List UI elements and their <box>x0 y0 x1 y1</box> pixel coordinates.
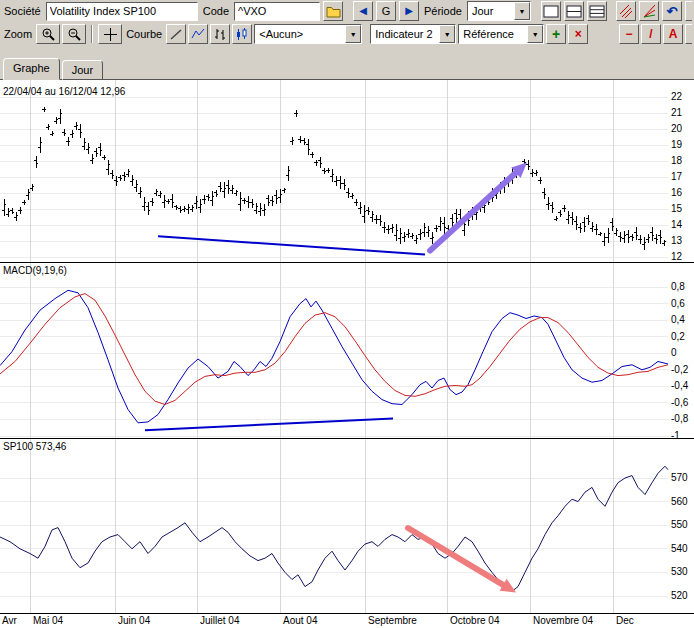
periode-label: Période <box>422 5 464 17</box>
reference-select[interactable]: Référence ▼ <box>458 24 544 44</box>
overlay-select[interactable]: <Aucun> ▼ <box>254 24 362 44</box>
line-chart-button[interactable] <box>166 24 186 44</box>
line-icon <box>169 27 183 41</box>
remove-indicator-button[interactable]: × <box>568 24 588 44</box>
next-period-button[interactable]: ▶ <box>399 1 419 21</box>
y-tick-label: 19 <box>671 139 682 151</box>
y-tick-label: 530 <box>671 566 688 578</box>
x-axis-label: Novembre 04 <box>533 615 593 626</box>
zoom-in-button[interactable] <box>36 24 60 44</box>
courbe-label: Courbe <box>124 28 164 40</box>
y-tick-label: 15 <box>671 203 682 215</box>
periode-select[interactable]: Jour ▼ <box>467 1 531 21</box>
societe-input[interactable] <box>46 2 198 21</box>
panel3-title: SP100 573,46 <box>3 441 66 452</box>
panel2-title: MACD(9,19,6) <box>3 265 67 276</box>
y-tick-label: 0,4 <box>671 314 685 326</box>
periode-value: Jour <box>472 5 493 17</box>
tab-bar: Graphe Jour <box>0 46 694 80</box>
toolbar-row-2: Zoom Courbe <Aucun> ▼ Indicateur 2 <box>0 22 694 46</box>
x-axis-label: Octobre 04 <box>450 615 499 626</box>
indicator2-value: Indicateur 2 <box>375 28 432 40</box>
minus-icon: − <box>625 28 632 40</box>
y-tick-label: 18 <box>671 155 682 167</box>
zigzag-chart-button[interactable] <box>188 24 208 44</box>
x-axis-label: Juin 04 <box>118 615 150 626</box>
y-tick-label: 14 <box>671 219 682 231</box>
y-tick-label: 550 <box>671 519 688 531</box>
plus-icon: + <box>552 27 560 41</box>
tab-jour[interactable]: Jour <box>62 60 103 80</box>
y-tick-label: 13 <box>671 235 682 247</box>
x-axis-label: Septembre <box>368 615 417 626</box>
goto-button[interactable]: G <box>376 1 396 21</box>
y-tick-label: 20 <box>671 123 682 135</box>
undo-icon: ↶ <box>667 5 678 18</box>
open-file-button[interactable] <box>323 1 343 21</box>
clipped-icon: ▼ <box>690 29 692 39</box>
two-pane-icon <box>566 5 582 18</box>
x-axis-label: Avr <box>2 615 17 626</box>
chevron-down-icon[interactable]: ▼ <box>439 25 455 43</box>
y-tick-label: -0,6 <box>671 397 688 409</box>
single-pane-icon <box>543 5 559 18</box>
three-pane-icon <box>589 5 605 18</box>
candlestick-chart-button[interactable] <box>232 24 252 44</box>
clipped-button-slot: / <box>685 1 692 21</box>
layout-triple-button[interactable] <box>587 1 607 21</box>
societe-label: Société <box>2 5 43 17</box>
code-input[interactable] <box>234 2 320 21</box>
y-tick-label: 0,6 <box>671 298 685 310</box>
right-arrow-icon: ▶ <box>405 6 413 16</box>
x-axis-label: Dec <box>616 615 634 626</box>
y-tick-label: 0,8 <box>671 281 685 293</box>
ohlc-bars-icon <box>213 27 227 41</box>
reference-value: Référence <box>463 28 514 40</box>
bars-chart-button[interactable] <box>210 24 230 44</box>
overlay-value: <Aucun> <box>259 28 303 40</box>
x-axis-label: Aout 04 <box>283 615 317 626</box>
crosshair-icon <box>103 27 118 42</box>
prev-period-button[interactable]: ◀ <box>353 1 373 21</box>
layout-single-button[interactable] <box>541 1 561 21</box>
add-indicator-button[interactable]: + <box>546 24 566 44</box>
y-tick-label: 520 <box>671 590 688 602</box>
y-tick-label: -0,4 <box>671 380 688 392</box>
y-tick-label: 560 <box>671 496 688 508</box>
separator <box>91 25 93 43</box>
charting-app-window: Société Code ◀ G ▶ Période Jour ▼ <box>0 0 694 628</box>
panel1-title: 22/04/04 au 16/12/04 12,96 <box>3 86 125 97</box>
tab-graphe[interactable]: Graphe <box>3 58 60 80</box>
left-arrow-icon: ◀ <box>359 6 367 16</box>
layout-split-button[interactable] <box>564 1 584 21</box>
y-tick-label: 540 <box>671 543 688 555</box>
hatch-lines-icon <box>619 4 633 18</box>
text-tool-icon: A <box>669 28 678 40</box>
y-tick-label: 0,2 <box>671 331 685 343</box>
indicator2-select[interactable]: Indicateur 2 ▼ <box>370 24 456 44</box>
clipped-button-1[interactable]: / <box>685 1 692 21</box>
y-tick-label: 12 <box>671 251 682 263</box>
draw-fan-button[interactable] <box>639 1 659 21</box>
chart-area[interactable]: 22/04/04 au 16/12/04 12,96 MACD(9,19,6) … <box>0 80 694 628</box>
zoom-label: Zoom <box>2 28 34 40</box>
draw-trendlines-button[interactable] <box>616 1 636 21</box>
chevron-down-icon[interactable]: ▼ <box>527 25 543 43</box>
draw-horizontal-line-button[interactable]: − <box>619 24 639 44</box>
folder-icon <box>326 5 341 18</box>
zoom-out-button[interactable] <box>62 24 86 44</box>
fan-lines-icon <box>642 4 656 18</box>
oblique-line-icon: / <box>649 28 652 40</box>
crosshair-button[interactable] <box>98 24 122 44</box>
chart-canvas[interactable] <box>0 80 694 628</box>
chevron-down-icon[interactable]: ▼ <box>514 2 530 20</box>
draw-oblique-line-button[interactable]: / <box>641 24 661 44</box>
chevron-down-icon[interactable]: ▼ <box>345 25 361 43</box>
close-icon: × <box>575 28 582 40</box>
text-tool-button[interactable]: A <box>663 24 683 44</box>
clipped-button-2[interactable]: ▼ <box>685 24 692 44</box>
zoom-out-icon <box>67 27 82 42</box>
undo-button[interactable]: ↶ <box>662 1 682 21</box>
x-axis-label: Mai 04 <box>33 615 63 626</box>
y-tick-label: -0,2 <box>671 364 688 376</box>
